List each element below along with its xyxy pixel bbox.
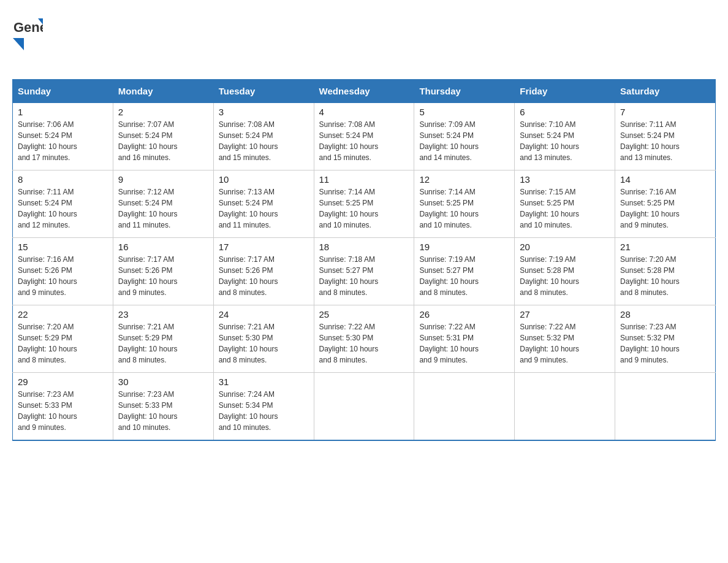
header-cell-thursday: Thursday	[414, 80, 515, 103]
day-info: Sunrise: 7:19 AMSunset: 5:27 PMDaylight:…	[419, 254, 509, 298]
day-number: 16	[118, 242, 208, 252]
calendar-table: SundayMondayTuesdayWednesdayThursdayFrid…	[12, 79, 716, 441]
calendar-cell: 27Sunrise: 7:22 AMSunset: 5:32 PMDayligh…	[515, 305, 615, 373]
day-number: 2	[118, 107, 208, 117]
calendar-cell: 9Sunrise: 7:12 AMSunset: 5:24 PMDaylight…	[113, 170, 213, 238]
calendar-cell	[314, 373, 414, 440]
day-number: 30	[118, 377, 208, 387]
calendar-cell: 2Sunrise: 7:07 AMSunset: 5:24 PMDaylight…	[113, 103, 213, 170]
page-header: General	[12, 12, 716, 67]
header-row: SundayMondayTuesdayWednesdayThursdayFrid…	[13, 80, 716, 103]
calendar-cell: 13Sunrise: 7:15 AMSunset: 5:25 PMDayligh…	[515, 170, 615, 238]
calendar-week-3: 15Sunrise: 7:16 AMSunset: 5:26 PMDayligh…	[13, 238, 716, 305]
day-info: Sunrise: 7:16 AMSunset: 5:25 PMDaylight:…	[620, 186, 710, 231]
day-info: Sunrise: 7:08 AMSunset: 5:24 PMDaylight:…	[219, 119, 309, 163]
calendar-cell: 1Sunrise: 7:06 AMSunset: 5:24 PMDaylight…	[13, 103, 113, 170]
day-number: 21	[620, 242, 710, 252]
day-info: Sunrise: 7:12 AMSunset: 5:24 PMDaylight:…	[118, 186, 208, 231]
day-number: 12	[419, 174, 509, 185]
calendar-cell: 6Sunrise: 7:10 AMSunset: 5:24 PMDaylight…	[515, 103, 615, 170]
header-cell-monday: Monday	[113, 80, 213, 103]
calendar-week-2: 8Sunrise: 7:11 AMSunset: 5:24 PMDaylight…	[13, 170, 716, 238]
day-number: 15	[18, 242, 108, 252]
calendar-cell: 31Sunrise: 7:24 AMSunset: 5:34 PMDayligh…	[213, 373, 314, 440]
day-info: Sunrise: 7:20 AMSunset: 5:29 PMDaylight:…	[18, 321, 108, 366]
calendar-cell: 7Sunrise: 7:11 AMSunset: 5:24 PMDaylight…	[615, 103, 716, 170]
day-info: Sunrise: 7:22 AMSunset: 5:30 PMDaylight:…	[319, 321, 409, 366]
day-info: Sunrise: 7:14 AMSunset: 5:25 PMDaylight:…	[419, 186, 509, 231]
calendar-cell: 14Sunrise: 7:16 AMSunset: 5:25 PMDayligh…	[615, 170, 716, 238]
calendar-header: SundayMondayTuesdayWednesdayThursdayFrid…	[13, 80, 716, 103]
day-info: Sunrise: 7:11 AMSunset: 5:24 PMDaylight:…	[620, 119, 710, 163]
day-info: Sunrise: 7:06 AMSunset: 5:24 PMDaylight:…	[18, 119, 108, 163]
day-info: Sunrise: 7:23 AMSunset: 5:33 PMDaylight:…	[18, 389, 108, 433]
day-number: 19	[419, 242, 509, 252]
day-number: 20	[520, 242, 610, 252]
calendar-cell	[515, 373, 615, 440]
calendar-cell: 10Sunrise: 7:13 AMSunset: 5:24 PMDayligh…	[213, 170, 314, 238]
calendar-cell: 19Sunrise: 7:19 AMSunset: 5:27 PMDayligh…	[414, 238, 515, 305]
calendar-cell: 3Sunrise: 7:08 AMSunset: 5:24 PMDaylight…	[213, 103, 314, 170]
logo: General	[12, 12, 43, 67]
calendar-cell: 20Sunrise: 7:19 AMSunset: 5:28 PMDayligh…	[515, 238, 615, 305]
day-info: Sunrise: 7:19 AMSunset: 5:28 PMDaylight:…	[520, 254, 610, 298]
day-info: Sunrise: 7:23 AMSunset: 5:32 PMDaylight:…	[620, 321, 710, 366]
calendar-cell: 4Sunrise: 7:08 AMSunset: 5:24 PMDaylight…	[314, 103, 414, 170]
day-number: 23	[118, 309, 208, 320]
day-number: 9	[118, 174, 208, 185]
calendar-cell: 5Sunrise: 7:09 AMSunset: 5:24 PMDaylight…	[414, 103, 515, 170]
day-info: Sunrise: 7:17 AMSunset: 5:26 PMDaylight:…	[118, 254, 208, 298]
day-info: Sunrise: 7:22 AMSunset: 5:31 PMDaylight:…	[419, 321, 509, 366]
calendar-cell: 29Sunrise: 7:23 AMSunset: 5:33 PMDayligh…	[13, 373, 113, 440]
day-info: Sunrise: 7:07 AMSunset: 5:24 PMDaylight:…	[118, 119, 208, 163]
calendar-week-4: 22Sunrise: 7:20 AMSunset: 5:29 PMDayligh…	[13, 305, 716, 373]
day-info: Sunrise: 7:24 AMSunset: 5:34 PMDaylight:…	[219, 389, 309, 433]
day-number: 31	[219, 377, 309, 387]
calendar-cell: 24Sunrise: 7:21 AMSunset: 5:30 PMDayligh…	[213, 305, 314, 373]
day-info: Sunrise: 7:14 AMSunset: 5:25 PMDaylight:…	[319, 186, 409, 231]
day-number: 6	[520, 107, 610, 117]
day-number: 1	[18, 107, 108, 117]
calendar-week-1: 1Sunrise: 7:06 AMSunset: 5:24 PMDaylight…	[13, 103, 716, 170]
calendar-cell: 23Sunrise: 7:21 AMSunset: 5:29 PMDayligh…	[113, 305, 213, 373]
calendar-cell: 17Sunrise: 7:17 AMSunset: 5:26 PMDayligh…	[213, 238, 314, 305]
day-info: Sunrise: 7:22 AMSunset: 5:32 PMDaylight:…	[520, 321, 610, 366]
day-number: 5	[419, 107, 509, 117]
day-info: Sunrise: 7:18 AMSunset: 5:27 PMDaylight:…	[319, 254, 409, 298]
day-info: Sunrise: 7:17 AMSunset: 5:26 PMDaylight:…	[219, 254, 309, 298]
calendar-cell: 16Sunrise: 7:17 AMSunset: 5:26 PMDayligh…	[113, 238, 213, 305]
day-number: 11	[319, 174, 409, 185]
calendar-body: 1Sunrise: 7:06 AMSunset: 5:24 PMDaylight…	[13, 103, 716, 440]
day-number: 17	[219, 242, 309, 252]
day-info: Sunrise: 7:21 AMSunset: 5:30 PMDaylight:…	[219, 321, 309, 366]
day-number: 24	[219, 309, 309, 320]
header-cell-wednesday: Wednesday	[314, 80, 414, 103]
day-number: 7	[620, 107, 710, 117]
day-info: Sunrise: 7:11 AMSunset: 5:24 PMDaylight:…	[18, 186, 108, 231]
calendar-cell: 21Sunrise: 7:20 AMSunset: 5:28 PMDayligh…	[615, 238, 716, 305]
day-number: 3	[219, 107, 309, 117]
calendar-cell	[414, 373, 515, 440]
day-number: 22	[18, 309, 108, 320]
day-number: 28	[620, 309, 710, 320]
header-cell-tuesday: Tuesday	[213, 80, 314, 103]
day-info: Sunrise: 7:23 AMSunset: 5:33 PMDaylight:…	[118, 389, 208, 433]
day-number: 18	[319, 242, 409, 252]
header-cell-friday: Friday	[515, 80, 615, 103]
day-info: Sunrise: 7:16 AMSunset: 5:26 PMDaylight:…	[18, 254, 108, 298]
calendar-week-5: 29Sunrise: 7:23 AMSunset: 5:33 PMDayligh…	[13, 373, 716, 440]
day-number: 26	[419, 309, 509, 320]
day-number: 14	[620, 174, 710, 185]
calendar-cell: 30Sunrise: 7:23 AMSunset: 5:33 PMDayligh…	[113, 373, 213, 440]
day-info: Sunrise: 7:20 AMSunset: 5:28 PMDaylight:…	[620, 254, 710, 298]
calendar-cell	[615, 373, 716, 440]
day-number: 10	[219, 174, 309, 185]
header-cell-sunday: Sunday	[13, 80, 113, 103]
calendar-cell: 18Sunrise: 7:18 AMSunset: 5:27 PMDayligh…	[314, 238, 414, 305]
header-cell-saturday: Saturday	[615, 80, 716, 103]
day-number: 27	[520, 309, 610, 320]
calendar-cell: 25Sunrise: 7:22 AMSunset: 5:30 PMDayligh…	[314, 305, 414, 373]
calendar-cell: 26Sunrise: 7:22 AMSunset: 5:31 PMDayligh…	[414, 305, 515, 373]
day-info: Sunrise: 7:09 AMSunset: 5:24 PMDaylight:…	[419, 119, 509, 163]
day-info: Sunrise: 7:21 AMSunset: 5:29 PMDaylight:…	[118, 321, 208, 366]
